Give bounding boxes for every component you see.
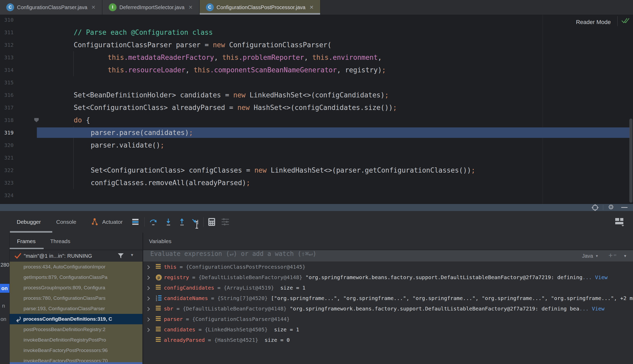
- frame-row[interactable]: process:780, ConfigurationClassPars: [10, 293, 142, 303]
- expand-chevron-icon[interactable]: [146, 276, 150, 280]
- tab-deferredimportselector[interactable]: I DeferredImportSelector.java ✕: [102, 0, 200, 15]
- code-text: configClasses.removeAll(alreadyParsed);: [91, 177, 250, 189]
- layout-settings-icon[interactable]: [615, 218, 625, 226]
- add-watch-icon[interactable]: +: [608, 250, 613, 262]
- step-into-icon[interactable]: [164, 218, 172, 226]
- line-number[interactable]: 322: [0, 164, 14, 177]
- code-line-324: 324: [0, 189, 633, 202]
- code-line-310: 310: [0, 15, 633, 26]
- filter-funnel-icon[interactable]: [117, 253, 124, 259]
- left-edge-strip: 280 on n on: [0, 233, 10, 364]
- code-line-318: 318do {: [0, 114, 633, 126]
- variable-row[interactable]: candidates = {LinkedHashSet@4505} size =…: [143, 324, 633, 335]
- evaluate-input[interactable]: Evaluate expression (↵) or add a watch (…: [150, 250, 316, 257]
- code-text: parser.validate();: [91, 139, 164, 151]
- frame-row[interactable]: parse:193, ConfigurationClassParser: [10, 303, 142, 314]
- variable-row[interactable]: alreadyParsed = {HashSet@4521} size = 0: [143, 335, 633, 345]
- hide-toolwindow-icon[interactable]: [621, 207, 628, 208]
- line-number[interactable]: 312: [0, 39, 14, 51]
- frame-label: invokeBeanFactoryPostProcessors:96: [24, 345, 108, 356]
- close-icon[interactable]: ✕: [91, 4, 96, 10]
- show-execution-point-icon[interactable]: [132, 219, 140, 225]
- thread-selector[interactable]: "main"@1 in...in": RUNNING ▾: [10, 250, 142, 262]
- step-out-icon[interactable]: [178, 218, 186, 226]
- frame-row[interactable]: invokeBeanFactoryPostProcessors:96: [10, 345, 142, 356]
- frame-row[interactable]: process:434, AutoConfigurationImpor: [10, 262, 142, 272]
- expand-chevron-icon[interactable]: [146, 286, 150, 290]
- line-number[interactable]: 318: [0, 114, 14, 126]
- frames-horizontal-scrollbar[interactable]: [10, 362, 142, 364]
- variables-list: this = {ConfigurationClassPostProcessor@…: [143, 262, 633, 364]
- line-number[interactable]: 320: [0, 139, 14, 151]
- frame-row[interactable]: processConfigBeanDefinitions:319, C: [10, 314, 142, 324]
- tab-actuator[interactable]: Actuator: [102, 219, 123, 225]
- expand-chevron-icon[interactable]: [146, 328, 150, 332]
- tab-debugger[interactable]: Debugger: [17, 219, 41, 225]
- frame-row[interactable]: postProcessBeanDefinitionRegistry:2: [10, 324, 142, 335]
- editor-tab-bar: C ConfigurationClassParser.java ✕ I Defe…: [0, 0, 633, 15]
- divider: [603, 205, 603, 210]
- tab-console[interactable]: Console: [56, 219, 76, 225]
- expand-chevron-icon[interactable]: [146, 307, 150, 311]
- frame-row[interactable]: processGroupImports:809, Configura: [10, 283, 142, 293]
- tab-label: ConfigurationClassPostProcessor.java: [217, 4, 306, 10]
- line-number[interactable]: 315: [0, 76, 14, 89]
- expand-chevron-icon[interactable]: [146, 318, 150, 322]
- language-selector[interactable]: Java: [582, 250, 593, 262]
- variable-row[interactable]: pregistry = {DefaultListableBeanFactory@…: [143, 272, 633, 283]
- field-icon: [156, 327, 162, 331]
- code-editor[interactable]: 310311// Parse each @Configuration class…: [0, 15, 633, 204]
- fold-marker-icon[interactable]: [34, 118, 39, 122]
- close-icon[interactable]: ✕: [309, 4, 314, 10]
- line-number[interactable]: 311: [0, 26, 14, 39]
- evaluate-expression-bar[interactable]: Evaluate expression (↵) or add a watch (…: [143, 250, 633, 262]
- line-number[interactable]: 319: [0, 126, 14, 139]
- thread-status: "main"@1 in...in": RUNNING: [24, 250, 92, 262]
- code-line-319: 319parser.parse(candidates);: [0, 126, 633, 139]
- expand-chevron-icon[interactable]: [146, 297, 150, 301]
- strip-text: on: [1, 316, 6, 322]
- line-number[interactable]: 313: [0, 51, 14, 64]
- line-number[interactable]: 323: [0, 177, 14, 189]
- variable-row[interactable]: sbr = {DefaultListableBeanFactory@4148} …: [143, 303, 633, 314]
- step-over-icon[interactable]: [149, 218, 157, 226]
- frame-row[interactable]: getImports:879, ConfigurationClassPa: [10, 272, 142, 283]
- tab-frames[interactable]: Frames: [17, 238, 36, 244]
- frame-row[interactable]: invokeBeanDefinitionRegistryPostPro: [10, 335, 142, 345]
- field-icon: [156, 337, 162, 342]
- chevron-down-icon[interactable]: ▾: [596, 250, 598, 262]
- gear-icon[interactable]: ⚙: [608, 203, 614, 211]
- editor-scrollbar[interactable]: [629, 119, 632, 203]
- mute-breakpoints-icon[interactable]: [221, 218, 229, 226]
- strip-badge: on: [0, 284, 9, 293]
- tab-configurationclassparser[interactable]: C ConfigurationClassParser.java ✕: [0, 0, 102, 15]
- line-number[interactable]: 321: [0, 151, 14, 164]
- variable-text: registry = {DefaultListableBeanFactory@4…: [164, 272, 608, 283]
- variable-row[interactable]: this = {ConfigurationClassPostProcessor@…: [143, 262, 633, 272]
- line-number[interactable]: 316: [0, 89, 14, 101]
- code-line-317: 317Set<ConfigurationClass> alreadyParsed…: [0, 101, 633, 114]
- variable-row[interactable]: parser = {ConfigurationClassParser@4144}: [143, 314, 633, 324]
- line-number[interactable]: 314: [0, 64, 14, 76]
- variable-row[interactable]: configCandidates = {ArrayList@4519} size…: [143, 283, 633, 293]
- chevron-down-icon[interactable]: ▾: [131, 252, 133, 258]
- crosshair-target-icon[interactable]: [592, 204, 599, 211]
- line-number[interactable]: 317: [0, 101, 14, 114]
- line-number[interactable]: 324: [0, 189, 14, 202]
- inspections-ok-check-icon[interactable]: [621, 17, 630, 24]
- close-icon[interactable]: ✕: [188, 4, 193, 10]
- evaluate-expression-icon[interactable]: [208, 218, 215, 226]
- frame-label: getImports:879, ConfigurationClassPa: [24, 272, 107, 283]
- variable-row[interactable]: 123candidateNames = {String[7]@4520} ["o…: [143, 293, 633, 303]
- chevron-down-icon[interactable]: ▼: [623, 250, 627, 262]
- code-line-314: 314this.resourceLoader, this.componentSc…: [0, 64, 633, 76]
- line-number[interactable]: 310: [0, 15, 14, 26]
- tab-label: ConfigurationClassParser.java: [17, 4, 87, 10]
- code-text: Set<BeanDefinitionHolder> candidates = n…: [74, 89, 389, 101]
- expand-chevron-icon[interactable]: [146, 265, 150, 269]
- tab-threads[interactable]: Threads: [50, 238, 70, 244]
- reader-mode-label[interactable]: Reader Mode: [576, 19, 611, 26]
- tab-configurationclasspostprocessor[interactable]: C ConfigurationClassPostProcessor.java ✕: [200, 0, 321, 15]
- thread-running-check-icon: [14, 253, 22, 259]
- parameter-icon: p: [156, 274, 162, 280]
